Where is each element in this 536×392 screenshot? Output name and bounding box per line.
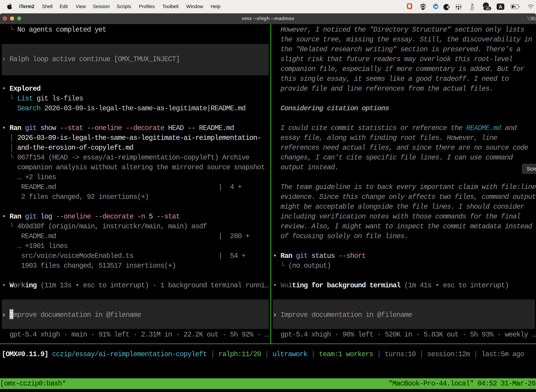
svg-text:A: A [499, 4, 502, 9]
svg-text:..61: ..61 [485, 7, 490, 10]
